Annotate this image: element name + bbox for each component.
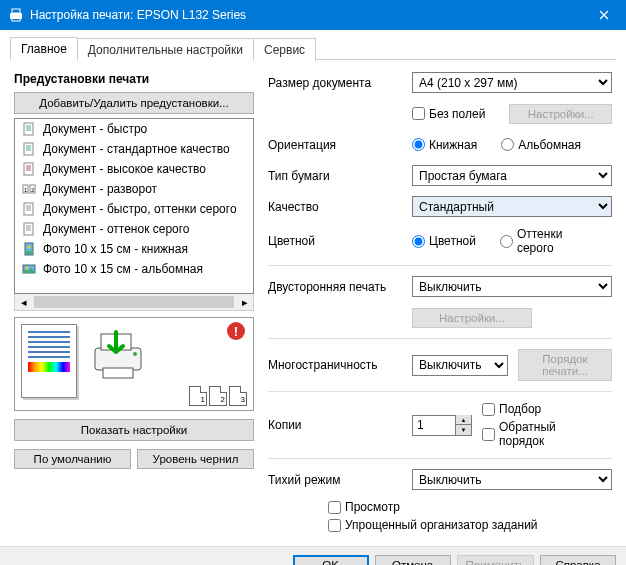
tab-more-settings[interactable]: Дополнительные настройки	[77, 38, 254, 61]
copies-label: Копии	[268, 418, 412, 432]
collate-checkbox[interactable]: Подбор	[482, 402, 598, 416]
tab-main[interactable]: Главное	[10, 37, 78, 60]
list-item[interactable]: Документ - стандартное качество	[15, 139, 253, 159]
orientation-portrait-radio[interactable]: Книжная	[412, 138, 477, 152]
print-order-button: Порядок печати...	[518, 349, 612, 381]
borderless-checkbox[interactable]: Без полей	[412, 107, 485, 121]
doc-size-select[interactable]: A4 (210 x 297 мм)	[412, 72, 612, 93]
multipage-label: Многостраничность	[268, 358, 412, 372]
quality-label: Качество	[268, 200, 412, 214]
svg-point-19	[133, 352, 137, 356]
preview-checkbox[interactable]: Просмотр	[328, 500, 598, 514]
svg-point-13	[28, 246, 31, 249]
dialog-footer: OK Отмена Применить Справка	[0, 546, 626, 565]
svg-point-15	[26, 267, 29, 270]
duplex-label: Двусторонняя печать	[268, 280, 412, 294]
svg-rect-5	[24, 163, 33, 175]
color-color-radio[interactable]: Цветной	[412, 234, 476, 248]
list-item[interactable]: Документ - быстро	[15, 119, 253, 139]
ink-levels-button[interactable]: Уровень чернил	[137, 449, 254, 469]
doc-gray-icon	[21, 201, 37, 217]
svg-rect-3	[24, 123, 33, 135]
doc-icon	[21, 161, 37, 177]
warning-icon: !	[227, 322, 245, 340]
collate-preview-icon: 123	[189, 386, 247, 406]
doc-icon	[21, 141, 37, 157]
help-button[interactable]: Справка	[540, 555, 616, 565]
paper-type-label: Тип бумаги	[268, 169, 412, 183]
photo-landscape-icon	[21, 261, 37, 277]
scroll-left-icon[interactable]: ◂	[15, 294, 32, 310]
svg-rect-2	[12, 18, 20, 21]
scroll-thumb[interactable]	[34, 296, 234, 308]
preview-page-icon	[21, 324, 77, 398]
doc-gray-icon	[21, 221, 37, 237]
print-preview: ! 123	[14, 317, 254, 411]
doc-size-label: Размер документа	[268, 76, 412, 90]
color-label: Цветной	[268, 234, 412, 248]
close-button[interactable]	[581, 0, 626, 30]
list-item[interactable]: Документ - оттенок серого	[15, 219, 253, 239]
list-item[interactable]: Фото 10 x 15 см - книжная	[15, 239, 253, 259]
list-item[interactable]: Документ - быстро, оттенки серого	[15, 199, 253, 219]
svg-rect-10	[24, 203, 33, 215]
list-item[interactable]: 12Документ - разворот	[15, 179, 253, 199]
add-remove-presets-button[interactable]: Добавить/Удалить предустановки...	[14, 92, 254, 114]
ok-button[interactable]: OK	[293, 555, 369, 565]
svg-rect-11	[24, 223, 33, 235]
presets-heading: Предустановки печати	[14, 72, 254, 86]
tab-strip: Главное Дополнительные настройки Сервис	[10, 36, 616, 59]
spin-down-icon[interactable]: ▼	[455, 425, 471, 435]
multipage-select[interactable]: Выключить	[412, 355, 508, 376]
color-gray-radio[interactable]: Оттенки серого	[500, 227, 598, 255]
orientation-label: Ориентация	[268, 138, 412, 152]
apply-button: Применить	[457, 555, 534, 565]
duplex-select[interactable]: Выключить	[412, 276, 612, 297]
orientation-landscape-radio[interactable]: Альбомная	[501, 138, 581, 152]
svg-rect-4	[24, 143, 33, 155]
titlebar: Настройка печати: EPSON L132 Series	[0, 0, 626, 30]
photo-portrait-icon	[21, 241, 37, 257]
copies-input[interactable]	[413, 416, 455, 435]
list-item[interactable]: Документ - высокое качество	[15, 159, 253, 179]
preview-printer-icon	[89, 326, 147, 384]
defaults-button[interactable]: По умолчанию	[14, 449, 131, 469]
copies-spinner[interactable]: ▲▼	[412, 415, 472, 436]
borderless-settings-button: Настройки...	[509, 104, 612, 124]
svg-rect-18	[103, 368, 133, 378]
printer-icon	[8, 7, 24, 23]
duplex-settings-button: Настройки...	[412, 308, 532, 328]
preset-list[interactable]: Документ - быстро Документ - стандартное…	[14, 118, 254, 294]
cancel-button[interactable]: Отмена	[375, 555, 451, 565]
svg-rect-1	[12, 9, 20, 13]
horizontal-scrollbar[interactable]: ◂ ▸	[14, 294, 254, 311]
list-item[interactable]: Фото 10 x 15 см - альбомная	[15, 259, 253, 279]
quiet-mode-select[interactable]: Выключить	[412, 469, 612, 490]
spin-up-icon[interactable]: ▲	[455, 415, 471, 425]
scroll-right-icon[interactable]: ▸	[236, 294, 253, 310]
show-settings-button[interactable]: Показать настройки	[14, 419, 254, 441]
paper-type-select[interactable]: Простая бумага	[412, 165, 612, 186]
spread-icon: 12	[21, 181, 37, 197]
quality-select[interactable]: Стандартный	[412, 196, 612, 217]
tab-service[interactable]: Сервис	[253, 38, 316, 61]
simplified-organizer-checkbox[interactable]: Упрощенный организатор заданий	[328, 518, 598, 532]
doc-icon	[21, 121, 37, 137]
window-title: Настройка печати: EPSON L132 Series	[30, 8, 581, 22]
reverse-order-checkbox[interactable]: Обратный порядок	[482, 420, 598, 448]
quiet-mode-label: Тихий режим	[268, 473, 412, 487]
